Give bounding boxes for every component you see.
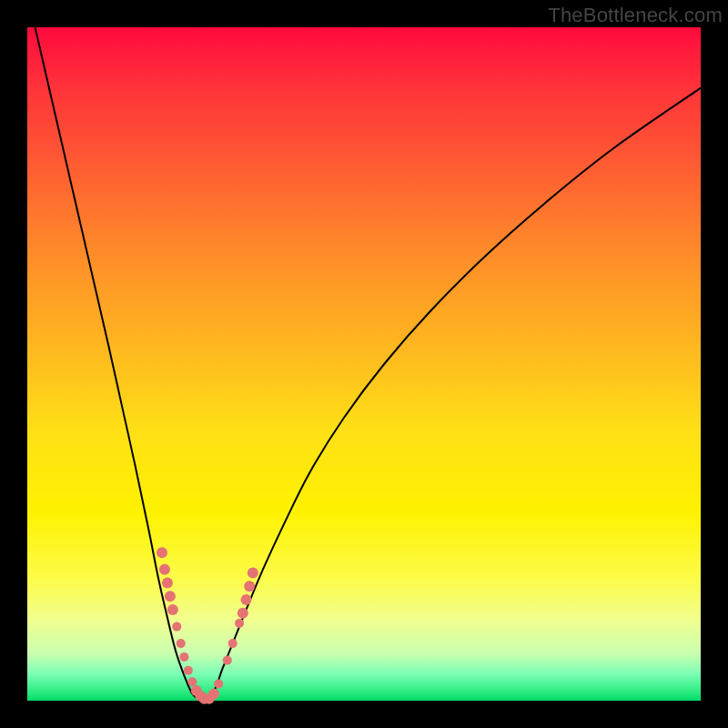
highlight-marker bbox=[208, 689, 219, 700]
highlight-marker bbox=[214, 680, 223, 689]
highlight-marker bbox=[238, 608, 248, 619]
highlight-marker bbox=[165, 591, 176, 602]
highlight-marker bbox=[179, 652, 188, 662]
highlight-marker bbox=[248, 567, 258, 578]
watermark-text: TheBottleneck.com bbox=[548, 4, 723, 27]
chart-frame: TheBottleneck.com bbox=[0, 0, 728, 728]
curve-right bbox=[206, 88, 701, 701]
highlight-marker bbox=[241, 594, 252, 605]
chart-svg bbox=[27, 27, 701, 701]
highlight-marker bbox=[157, 547, 167, 558]
highlight-marker bbox=[228, 639, 238, 648]
highlight-marker bbox=[235, 619, 244, 628]
curve-left bbox=[27, 0, 206, 701]
marker-group bbox=[157, 547, 258, 704]
highlight-marker bbox=[184, 666, 193, 675]
plot-area bbox=[27, 27, 701, 701]
highlight-marker bbox=[172, 622, 181, 632]
highlight-marker bbox=[159, 564, 170, 575]
highlight-marker bbox=[244, 581, 255, 592]
highlight-marker bbox=[177, 639, 186, 648]
highlight-marker bbox=[162, 578, 173, 589]
highlight-marker bbox=[187, 677, 197, 686]
highlight-marker bbox=[167, 604, 178, 615]
highlight-marker bbox=[223, 656, 232, 665]
